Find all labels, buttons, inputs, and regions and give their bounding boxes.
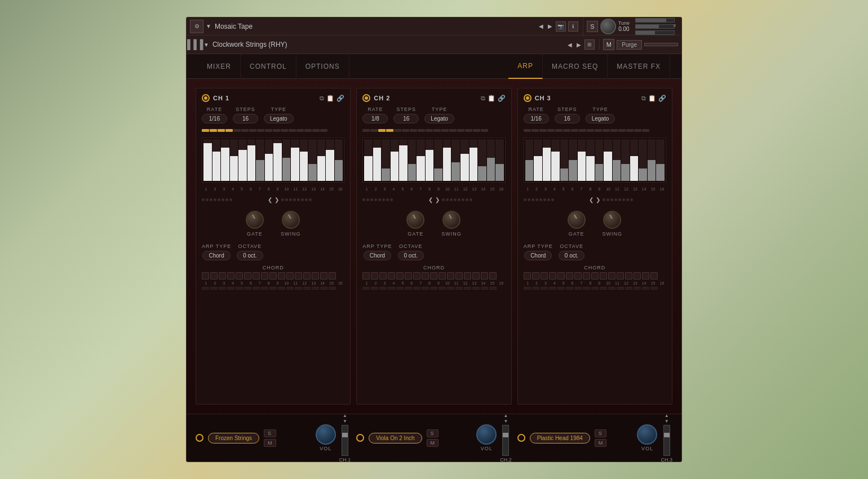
- seq-dot-4[interactable]: [394, 129, 401, 132]
- ch2-steps-btn[interactable]: 16: [393, 114, 419, 123]
- seq-bar-0[interactable]: [525, 139, 534, 181]
- ch1-arptype-btn[interactable]: Chord: [202, 251, 230, 260]
- seq-dot-11[interactable]: [289, 129, 296, 132]
- seq-bar-12[interactable]: [308, 139, 317, 181]
- seq-dot-8[interactable]: [587, 129, 594, 132]
- seq-bar-14[interactable]: [648, 139, 656, 181]
- seq-dot-5[interactable]: [241, 129, 249, 132]
- chord-btn-13[interactable]: [634, 272, 641, 280]
- seq-bar-6[interactable]: [417, 139, 425, 181]
- ch1-swing-knob[interactable]: [282, 211, 300, 229]
- chord-btn-9[interactable]: [278, 272, 285, 280]
- seq-dot-15[interactable]: [642, 129, 649, 132]
- chord-btn-12[interactable]: [464, 272, 471, 280]
- ch2-octave-btn[interactable]: 0 oct.: [398, 251, 424, 260]
- seq-dot-14[interactable]: [473, 129, 480, 132]
- seq-dot-12[interactable]: [457, 129, 464, 132]
- seq-bar-1[interactable]: [212, 139, 221, 181]
- m-button[interactable]: M: [603, 39, 614, 50]
- ch3-arptype-btn[interactable]: Chord: [524, 251, 552, 260]
- bottom-ch2-fader-handle[interactable]: [503, 433, 508, 437]
- seq-dot-10[interactable]: [441, 129, 449, 132]
- nav-next-1[interactable]: ▶: [547, 23, 553, 29]
- tab-options[interactable]: OPTIONS: [296, 54, 349, 79]
- ch2-power-button[interactable]: [362, 94, 370, 102]
- ch3-link-icon[interactable]: 🔗: [658, 95, 666, 102]
- ch3-type-btn[interactable]: Legato: [586, 114, 615, 123]
- seq-bar-7[interactable]: [426, 139, 434, 181]
- ch2-seq-grid[interactable]: [362, 138, 505, 183]
- camera-icon[interactable]: 📷: [556, 21, 566, 32]
- ch1-nav-left[interactable]: ❮: [268, 197, 272, 203]
- rack-icon[interactable]: ⊞: [584, 39, 595, 50]
- seq-bar-4[interactable]: [238, 139, 247, 181]
- slider-3[interactable]: [635, 30, 675, 35]
- bottom-ch2-m-btn[interactable]: M: [427, 439, 439, 447]
- chord-btn-10[interactable]: [608, 272, 615, 280]
- seq-bar-5[interactable]: [569, 139, 577, 181]
- chord-btn-5[interactable]: [566, 272, 573, 280]
- info-icon[interactable]: ℹ: [568, 21, 578, 32]
- seq-dot-5[interactable]: [402, 129, 409, 132]
- bottom-ch1-vol-knob[interactable]: [316, 424, 336, 445]
- seq-bar-14[interactable]: [326, 139, 334, 181]
- ch1-seq-grid[interactable]: [202, 138, 344, 183]
- chord-btn-1[interactable]: [532, 272, 539, 280]
- chord-btn-11[interactable]: [295, 272, 302, 280]
- ch2-arptype-btn[interactable]: Chord: [364, 251, 391, 260]
- purge-button[interactable]: Purge: [617, 40, 642, 50]
- ch2-rate-btn[interactable]: 1/8: [362, 114, 388, 123]
- seq-dot-12[interactable]: [618, 129, 626, 132]
- seq-bar-3[interactable]: [230, 139, 238, 181]
- seq-dot-9[interactable]: [433, 129, 441, 132]
- ch3-gate-knob[interactable]: [568, 211, 586, 229]
- seq-bar-7[interactable]: [586, 139, 595, 181]
- bottom-ch3-name[interactable]: Plastic Head 1984: [530, 433, 590, 443]
- chord-btn-8[interactable]: [430, 272, 437, 280]
- chord-btn-4[interactable]: [396, 272, 404, 280]
- chord-btn-10[interactable]: [286, 272, 294, 280]
- seq-bar-6[interactable]: [578, 139, 586, 181]
- seq-bar-10[interactable]: [451, 139, 460, 181]
- ch3-steps-btn[interactable]: 16: [555, 114, 580, 123]
- bottom-ch2-name[interactable]: Viola On 2 Inch: [369, 433, 422, 443]
- seq-bar-4[interactable]: [560, 139, 569, 181]
- seq-bar-3[interactable]: [391, 139, 399, 181]
- vol-up-arrow-1[interactable]: ▲: [343, 413, 347, 418]
- ch3-paste-icon[interactable]: 📋: [648, 95, 656, 102]
- seq-dot-0[interactable]: [524, 129, 531, 132]
- chord-btn-15[interactable]: [489, 272, 497, 280]
- seq-dot-4[interactable]: [555, 129, 563, 132]
- seq-bar-5[interactable]: [247, 139, 256, 181]
- chord-btn-12[interactable]: [303, 272, 311, 280]
- seq-bar-1[interactable]: [534, 139, 542, 181]
- seq-dot-7[interactable]: [418, 129, 425, 132]
- slider-1[interactable]: [635, 18, 675, 23]
- seq-dot-2[interactable]: [218, 129, 225, 132]
- bottom-ch1-power[interactable]: [196, 434, 203, 442]
- bottom-ch3-m-btn[interactable]: M: [595, 439, 607, 447]
- seq-dot-3[interactable]: [386, 129, 393, 132]
- seq-bar-2[interactable]: [382, 139, 390, 181]
- bottom-ch3-fader[interactable]: [663, 425, 670, 456]
- seq-dot-15[interactable]: [320, 129, 327, 132]
- collapse-arrow-2[interactable]: ▼: [203, 42, 209, 48]
- chord-btn-12[interactable]: [625, 272, 632, 280]
- seq-dot-7[interactable]: [579, 129, 586, 132]
- seq-dot-1[interactable]: [210, 129, 217, 132]
- seq-dot-2[interactable]: [378, 129, 386, 132]
- bottom-ch3-s-btn[interactable]: S: [595, 429, 607, 437]
- chord-btn-0[interactable]: [362, 272, 370, 280]
- seq-bar-6[interactable]: [256, 139, 264, 181]
- seq-dot-6[interactable]: [410, 129, 417, 132]
- ch2-nav-right[interactable]: ❯: [435, 197, 440, 203]
- seq-bar-8[interactable]: [595, 139, 604, 181]
- seq-dot-9[interactable]: [595, 129, 602, 132]
- vol-down-arrow-1[interactable]: ▼: [343, 419, 347, 424]
- seq-bar-2[interactable]: [543, 139, 551, 181]
- chord-btn-10[interactable]: [447, 272, 454, 280]
- seq-dot-10[interactable]: [603, 129, 610, 132]
- vol-down-arrow-2[interactable]: ▼: [503, 419, 508, 424]
- seq-dot-0[interactable]: [362, 129, 370, 132]
- bottom-ch1-fader[interactable]: [342, 425, 348, 456]
